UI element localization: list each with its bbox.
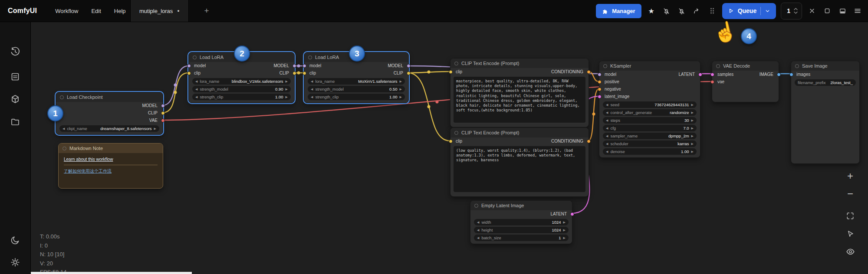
node-load-checkpoint[interactable]: Load Checkpoint MODEL CLIP VAE ◀ ckpt_na… [56, 92, 163, 135]
collapse-dot[interactable] [474, 204, 478, 208]
output-slot-latent[interactable] [570, 212, 574, 216]
node-clip-encode-positive[interactable]: CLIP Text Encode (Prompt) clip CONDITION… [450, 58, 589, 127]
input-slot-images[interactable] [789, 72, 793, 76]
widget-denoise[interactable]: ◀ denoise 1.00 ▶ [603, 148, 697, 155]
chevron-down-icon[interactable] [793, 11, 798, 14]
increment-icon[interactable]: ▶ [286, 95, 288, 99]
star-icon[interactable]: ★ [646, 6, 657, 16]
input-slot-negative[interactable] [598, 87, 602, 91]
widget-lora-name[interactable]: ◀ lora_name MoXinV1.safetensors ▶ [308, 78, 405, 85]
widget-ckpt-name[interactable]: ◀ ckpt_name dreamshaper_8.safetensors ▶ [59, 125, 159, 132]
sidebar-model-library-button[interactable] [8, 92, 23, 107]
increment-icon[interactable]: ▶ [563, 236, 566, 240]
menu-workflow[interactable]: Workflow [55, 8, 78, 14]
output-slot-latent[interactable] [698, 72, 702, 76]
output-slot-model[interactable] [293, 64, 296, 68]
widget-sampler-name[interactable]: ◀ sampler_name dpmpp_2m ▶ [603, 133, 697, 139]
node-vae-decode[interactable]: VAE Decode samples IMAGE vae [712, 61, 779, 102]
drag-handle-icon[interactable] [707, 6, 717, 16]
input-slot-clip[interactable] [302, 71, 306, 75]
increment-icon[interactable]: ▶ [400, 88, 402, 91]
output-slot-model[interactable] [161, 104, 165, 108]
next-icon[interactable]: ▶ [691, 111, 694, 114]
collapse-dot[interactable] [454, 131, 458, 135]
decrement-icon[interactable]: ◀ [195, 88, 197, 91]
widget-height[interactable]: ◀ height 1024 ▶ [474, 227, 569, 233]
widget-lora-name[interactable]: ◀ lora_name blindbox_V1Mix.safetensors ▶ [192, 78, 291, 85]
input-slot-vae[interactable] [710, 80, 714, 84]
increment-icon[interactable]: ▶ [563, 228, 566, 232]
menu-edit[interactable]: Edit [91, 8, 101, 14]
input-slot-model[interactable] [187, 64, 191, 68]
node-empty-latent-image[interactable]: Empty Latent Image LATENT ◀ width 1024 ▶… [470, 200, 572, 244]
decrement-icon[interactable]: ◀ [311, 88, 313, 91]
manager-button[interactable]: Manager [596, 4, 641, 18]
node-save-image[interactable]: Save Image images filename_prefix 2loras… [791, 61, 860, 164]
input-slot-model[interactable] [598, 72, 602, 76]
widget-strength-clip[interactable]: ◀ strength_clip 1.00 ▶ [192, 94, 291, 100]
alert-mute-icon[interactable] [677, 6, 687, 16]
sidebar-history-button[interactable] [8, 44, 23, 59]
workflow-help-link-zh[interactable]: 了解如何使用这个工作流 [64, 168, 158, 174]
widget-seed[interactable]: ◀ seed 736724629443131 ▶ [603, 101, 697, 108]
node-title-bar[interactable]: Load Checkpoint [56, 92, 163, 102]
collapse-dot[interactable] [795, 64, 799, 68]
increment-icon[interactable]: ▶ [691, 127, 694, 130]
sidebar-settings-button[interactable] [8, 255, 23, 270]
widget-strength-clip[interactable]: ◀ strength_clip 1.00 ▶ [308, 94, 405, 100]
prev-icon[interactable]: ◀ [606, 134, 608, 138]
input-slot-clip[interactable] [449, 70, 453, 74]
decrement-icon[interactable]: ◀ [606, 127, 608, 130]
increment-icon[interactable]: ▶ [400, 95, 402, 99]
increment-icon[interactable]: ▶ [691, 103, 694, 107]
increment-icon[interactable]: ▶ [563, 221, 566, 224]
increment-icon[interactable]: ▶ [286, 88, 288, 91]
menu-help[interactable]: Help [114, 8, 126, 14]
output-slot-clip[interactable] [161, 111, 165, 115]
sidebar-workflows-button[interactable] [8, 114, 23, 129]
input-slot-clip[interactable] [449, 139, 453, 143]
prev-icon[interactable]: ◀ [62, 127, 65, 130]
output-slot-conditioning[interactable] [587, 139, 591, 143]
node-clip-encode-negative[interactable]: CLIP Text Encode (Prompt) clip CONDITION… [450, 127, 589, 197]
output-slot-clip[interactable] [407, 71, 411, 75]
decrement-icon[interactable]: ◀ [311, 95, 313, 99]
prev-icon[interactable]: ◀ [311, 80, 313, 83]
decrement-icon[interactable]: ◀ [477, 236, 479, 240]
decrement-icon[interactable]: ◀ [477, 221, 479, 224]
notification-mute-icon[interactable] [661, 6, 672, 16]
output-slot-model[interactable] [407, 64, 411, 68]
prev-icon[interactable]: ◀ [606, 111, 608, 114]
input-slot-samples[interactable] [710, 72, 714, 76]
zoom-out-button[interactable]: − [844, 188, 857, 200]
widget-strength-model[interactable]: ◀ strength_model 0.90 ▶ [192, 86, 291, 92]
collapse-dot[interactable] [454, 62, 458, 65]
main-menu-button[interactable] [852, 6, 863, 16]
output-slot-clip[interactable] [293, 71, 296, 75]
new-workflow-button[interactable]: + [201, 5, 213, 17]
node-title-bar[interactable]: CLIP Text Encode (Prompt) [450, 128, 589, 137]
select-mode-button[interactable] [844, 228, 857, 240]
decrement-icon[interactable]: ◀ [606, 119, 608, 122]
widget-cfg[interactable]: ◀ cfg 7.0 ▶ [603, 125, 697, 131]
workflow-help-link-en[interactable]: Learn about this workflow [64, 157, 158, 162]
output-slot-conditioning[interactable] [587, 70, 591, 74]
stop-button[interactable] [822, 6, 832, 16]
output-slot-image[interactable] [777, 72, 781, 76]
decrement-icon[interactable]: ◀ [606, 150, 608, 153]
widget-filename-prefix[interactable]: filename_prefix 2loras_test_ [795, 79, 856, 86]
node-title-bar[interactable]: CLIP Text Encode (Prompt) [450, 59, 589, 68]
run-count-stepper[interactable]: 1 [781, 3, 802, 20]
share-icon[interactable] [692, 6, 702, 16]
next-icon[interactable]: ▶ [691, 142, 694, 146]
next-icon[interactable]: ▶ [691, 134, 694, 138]
node-ksampler[interactable]: KSampler model LATENT positive negative … [599, 61, 700, 158]
prompt-textarea[interactable]: masterpiece, best quality, ultra-detaile… [454, 77, 585, 123]
clear-queue-button[interactable] [807, 6, 817, 16]
zoom-in-button[interactable]: + [844, 170, 857, 182]
increment-icon[interactable]: ▶ [691, 119, 694, 122]
next-icon[interactable]: ▶ [400, 80, 402, 83]
collapse-dot[interactable] [193, 55, 197, 59]
input-slot-positive[interactable] [598, 80, 602, 84]
next-icon[interactable]: ▶ [286, 80, 288, 83]
